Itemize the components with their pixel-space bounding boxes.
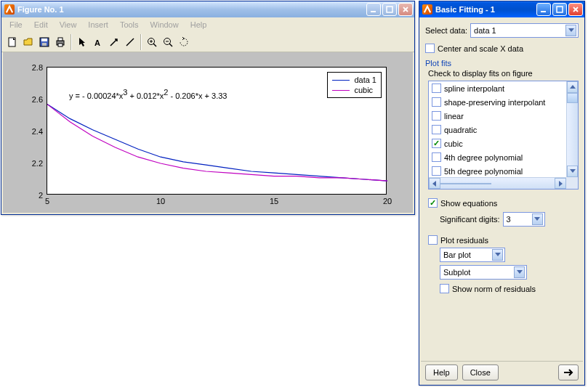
minimize-button[interactable] bbox=[536, 3, 551, 16]
y-tick-label: 2.4 bbox=[32, 127, 47, 136]
x-tick-label: 5 bbox=[45, 194, 49, 205]
rotate-button[interactable] bbox=[176, 34, 192, 50]
svg-rect-1 bbox=[387, 7, 392, 12]
matlab-icon bbox=[4, 4, 15, 15]
show-norm-checkbox[interactable] bbox=[440, 284, 449, 293]
menu-tools[interactable]: Tools bbox=[115, 19, 144, 30]
residual-place-value: Subplot bbox=[443, 268, 470, 277]
new-figure-button[interactable] bbox=[4, 34, 20, 50]
legend[interactable]: data 1 cubic bbox=[327, 72, 382, 98]
select-data-combo[interactable]: data 1 bbox=[470, 23, 579, 38]
fit-option-row[interactable]: cubic bbox=[429, 137, 566, 150]
y-tick-label: 2.6 bbox=[32, 95, 47, 104]
fit-option-label: 4th degree polynomial bbox=[444, 153, 523, 162]
fit-option-label: 5th degree polynomial bbox=[444, 167, 523, 176]
open-button[interactable] bbox=[20, 34, 36, 50]
svg-text:A: A bbox=[94, 38, 100, 47]
fit-option-label: linear bbox=[444, 112, 464, 121]
select-data-label: Select data: bbox=[425, 26, 467, 35]
show-equations-label: Show equations bbox=[440, 199, 497, 208]
fit-option-row[interactable]: 4th degree polynomial bbox=[429, 150, 566, 164]
scroll-down-icon[interactable] bbox=[567, 166, 578, 177]
menu-insert[interactable]: Insert bbox=[83, 19, 113, 30]
significant-digits-label: Significant digits: bbox=[440, 215, 500, 224]
close-button[interactable] bbox=[568, 3, 583, 16]
menu-file[interactable]: File bbox=[4, 19, 28, 30]
x-tick-label: 15 bbox=[270, 194, 278, 205]
toolbar-separator bbox=[140, 34, 142, 50]
arrow-button[interactable] bbox=[106, 34, 122, 50]
check-display-label: Check to display fits on figure bbox=[428, 69, 579, 78]
plot-residuals-label: Plot residuals bbox=[440, 236, 488, 245]
toolbar-separator bbox=[71, 34, 72, 50]
vertical-scrollbar[interactable] bbox=[566, 81, 578, 177]
save-button[interactable] bbox=[36, 34, 52, 50]
fit-option-row[interactable]: 5th degree polynomial bbox=[429, 164, 566, 177]
legend-label-cubic: cubic bbox=[354, 86, 373, 94]
fit-option-label: cubic bbox=[444, 139, 463, 148]
residual-type-combo[interactable]: Bar plot bbox=[440, 248, 505, 262]
menubar: File Edit View Insert Tools Window Help bbox=[1, 17, 414, 32]
chevron-down-icon bbox=[492, 249, 503, 261]
show-equations-checkbox[interactable] bbox=[428, 198, 438, 208]
chevron-down-icon bbox=[532, 213, 543, 225]
print-button[interactable] bbox=[52, 34, 68, 50]
close-button[interactable] bbox=[398, 3, 413, 16]
svg-rect-5 bbox=[42, 43, 47, 46]
svg-rect-13 bbox=[557, 7, 563, 12]
figure-toolbar: A bbox=[1, 32, 414, 52]
scroll-thumb[interactable] bbox=[440, 183, 491, 184]
figure-title: Figure No. 1 bbox=[17, 5, 366, 14]
fit-option-row[interactable]: shape-preserving interpolant bbox=[429, 95, 566, 109]
axes[interactable]: y = - 0.00024*x3 + 0.012*x2 - 0.206*x + … bbox=[47, 67, 387, 195]
horizontal-scrollbar[interactable] bbox=[429, 177, 566, 189]
fit-option-checkbox[interactable] bbox=[432, 152, 441, 162]
residual-place-combo[interactable]: Subplot bbox=[440, 265, 527, 280]
fit-option-checkbox[interactable] bbox=[432, 139, 441, 148]
fit-option-checkbox[interactable] bbox=[432, 125, 441, 134]
figure-titlebar[interactable]: Figure No. 1 bbox=[1, 1, 414, 17]
significant-digits-combo[interactable]: 3 bbox=[503, 212, 545, 227]
pointer-button[interactable] bbox=[74, 34, 90, 50]
line-button[interactable] bbox=[122, 34, 138, 50]
expand-arrow-button[interactable] bbox=[558, 364, 579, 380]
scroll-right-icon[interactable] bbox=[555, 178, 566, 189]
menu-edit[interactable]: Edit bbox=[29, 19, 53, 30]
scroll-up-icon[interactable] bbox=[567, 81, 578, 93]
svg-rect-4 bbox=[41, 38, 47, 41]
close-dialog-button[interactable]: Close bbox=[462, 364, 499, 380]
fit-option-label: spline interpolant bbox=[444, 84, 504, 93]
svg-rect-12 bbox=[541, 11, 546, 12]
help-button[interactable]: Help bbox=[425, 364, 458, 380]
maximize-button[interactable] bbox=[552, 3, 567, 16]
chevron-down-icon bbox=[514, 266, 525, 278]
fit-option-row[interactable]: spline interpolant bbox=[429, 81, 566, 95]
menu-view[interactable]: View bbox=[55, 19, 82, 30]
plot-residuals-checkbox[interactable] bbox=[428, 235, 438, 245]
maximize-button[interactable] bbox=[382, 3, 397, 16]
fit-option-row[interactable]: linear bbox=[429, 109, 566, 123]
x-tick-label: 20 bbox=[383, 194, 392, 205]
fit-option-label: quadratic bbox=[444, 126, 477, 134]
scroll-thumb[interactable] bbox=[567, 93, 578, 103]
center-scale-checkbox[interactable] bbox=[425, 44, 435, 53]
fit-options-list: spline interpolantshape-preserving inter… bbox=[428, 81, 579, 190]
menu-window[interactable]: Window bbox=[145, 19, 184, 30]
menu-help[interactable]: Help bbox=[185, 19, 212, 30]
fit-option-checkbox[interactable] bbox=[432, 83, 441, 93]
fit-option-checkbox[interactable] bbox=[432, 166, 441, 176]
scroll-corner bbox=[566, 177, 578, 189]
fit-option-label: shape-preserving interpolant bbox=[444, 98, 545, 107]
fit-option-checkbox[interactable] bbox=[432, 97, 441, 107]
center-scale-label: Center and scale X data bbox=[438, 44, 523, 53]
text-button[interactable]: A bbox=[90, 34, 106, 50]
zoom-in-button[interactable] bbox=[144, 34, 160, 50]
fitting-titlebar[interactable]: Basic Fitting - 1 bbox=[419, 1, 584, 17]
fitting-panel: Select data: data 1 Center and scale X d… bbox=[419, 17, 584, 299]
minimize-button[interactable] bbox=[366, 3, 381, 16]
zoom-out-button[interactable] bbox=[160, 34, 176, 50]
fit-option-row[interactable]: quadratic bbox=[429, 123, 566, 137]
scroll-left-icon[interactable] bbox=[429, 178, 440, 189]
y-tick-label: 2.2 bbox=[32, 159, 47, 168]
fit-option-checkbox[interactable] bbox=[432, 111, 441, 121]
